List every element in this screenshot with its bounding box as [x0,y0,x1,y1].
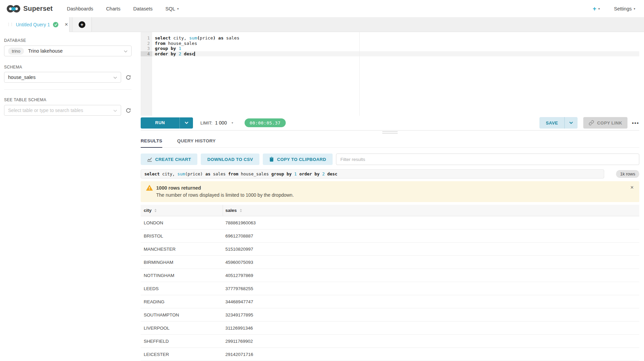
download-csv-button[interactable]: DOWNLOAD TO CSV [201,154,259,165]
cell-sales: 37779768255 [223,286,639,291]
cell-city: SHEFFIELD [141,339,223,344]
gutter-line-number: 2 [141,41,152,46]
save-button[interactable]: SAVE [539,117,564,129]
table-row: LEEDS37779768255 [141,282,639,295]
close-tab-icon[interactable]: ✕ [64,22,68,27]
sidebar-divider [4,89,132,90]
code-token: select [144,171,160,176]
column-header-sales[interactable]: sales [223,205,639,216]
text-cursor [194,52,195,56]
code-token: house_sales [239,171,272,176]
pane-resize-handle[interactable] [141,131,639,135]
limit-value: 1 000 [215,120,227,126]
add-tab-button[interactable]: + [79,21,85,28]
code-token: order by [299,171,319,176]
drag-handle-icon[interactable]: ⋮⋮ [7,23,13,26]
sql-lab-page: Superset Dashboards Charts Datasets SQL … [0,0,644,361]
results-actions: CREATE CHART DOWNLOAD TO CSV COPY TO CLI… [141,154,639,165]
gutter-line-number: 1 [141,35,152,41]
cell-sales: 69612708887 [223,233,639,239]
run-button-group: RUN [141,117,193,129]
create-chart-button[interactable]: CREATE CHART [141,154,197,165]
cell-sales: 45960075093 [223,260,639,265]
settings-menu[interactable]: Settings ▾ [614,6,635,11]
results-table: city sales LONDON788861960063BRISTOL6961… [141,205,639,361]
sql-editor: 1234 select city, sum(price) as salesfro… [141,32,639,116]
chevron-down-icon [113,107,117,113]
code-token: city, [160,171,177,176]
nav-item-sql[interactable]: SQL ▾ [165,6,179,11]
column-header-city[interactable]: city [141,205,223,216]
nav-item-dashboards[interactable]: Dashboards [67,6,93,11]
superset-logo[interactable]: Superset [7,5,53,13]
editor-code-area[interactable]: select city, sum(price) as salesfrom hou… [152,32,639,116]
code-token: order by [155,51,176,56]
copy-to-clipboard-button[interactable]: COPY TO CLIPBOARD [263,154,333,165]
code-token: 2 [319,171,327,176]
sql-lab-sidebar: DATABASE trino Trino lakehouse SCHEMA ho… [0,32,136,361]
code-token: city, [171,35,189,40]
query-tab-label: Untitled Query 1 [16,22,50,27]
save-button-group: SAVE [539,117,578,129]
copy-link-button[interactable]: COPY LINK [583,117,627,129]
filter-results-input[interactable] [336,154,639,165]
run-button[interactable]: RUN [141,117,179,129]
schema-label: SCHEMA [4,65,132,70]
table-select[interactable]: Select table or type to search tables [4,105,121,116]
schema-select[interactable]: house_sales [4,72,121,83]
chevron-down-icon [124,48,128,54]
code-token: select [155,35,171,40]
sort-icon [240,209,242,212]
nav-item-charts[interactable]: Charts [106,6,120,11]
code-token: sum [189,35,197,40]
refresh-tables-button[interactable] [125,108,132,113]
code-line: order by 2 desc [152,51,639,57]
brand-name: Superset [23,5,53,12]
table-select-placeholder: Select table or type to search tables [8,108,83,113]
database-select[interactable]: trino Trino lakehouse [4,46,132,56]
tab-untitled-query-1[interactable]: ⋮⋮ Untitled Query 1 ✕ [0,17,69,32]
table-row: NOTTINGHAM40512797869 [141,269,639,282]
tab-query-history[interactable]: QUERY HISTORY [177,134,216,148]
nav-item-datasets[interactable]: Datasets [133,6,152,11]
code-line: select city, sum(price) as sales [152,35,639,41]
refresh-schemas-button[interactable] [125,75,132,80]
cell-city: LIVERPOOL [141,326,223,331]
more-actions-button[interactable]: ••• [632,120,639,126]
close-alert-icon[interactable]: ✕ [630,185,634,190]
cell-sales: 40512797869 [223,273,639,278]
new-item-menu[interactable]: + ▾ [593,6,600,12]
superset-infinity-icon [7,5,20,13]
link-icon [589,120,594,126]
code-token: group by [271,171,291,176]
main-area: DATABASE trino Trino lakehouse SCHEMA ho… [0,32,644,361]
add-tab-section: + [72,17,92,32]
query-preview-row: select city, sum(price) as sales from ho… [141,169,639,178]
table-row: SHEFFIELD29911769902 [141,335,639,348]
row-limit-alert: 1000 rows returned The number of rows di… [141,181,639,202]
save-options-button[interactable] [564,117,578,129]
cell-city: SOUTHAMPTON [141,312,223,317]
code-token: house_sales [165,41,197,46]
database-select-value: Trino lakehouse [28,48,63,54]
nav-menu: Dashboards Charts Datasets SQL ▾ [67,6,179,11]
run-options-button[interactable] [179,117,193,129]
alert-message: The number of rows displayed is limited … [156,192,634,198]
refresh-icon [125,108,131,113]
tab-results[interactable]: RESULTS [141,134,162,148]
cell-sales: 788861960063 [223,220,639,225]
results-tab-bar: RESULTS QUERY HISTORY [141,134,639,148]
warning-icon [146,185,153,191]
code-token: price [200,35,213,40]
cell-sales: 51510820997 [223,247,639,252]
limit-dropdown[interactable]: LIMIT: 1 000 ▾ [200,120,233,126]
editor-and-results: 1234 select city, sum(price) as salesfro… [136,32,644,361]
code-token: 1 [176,46,181,51]
cell-city: LONDON [141,220,223,225]
limit-label: LIMIT: [200,120,212,126]
row-count-badge: 1k rows [616,170,639,178]
clipboard-icon [269,157,274,162]
line-chart-icon [147,157,152,162]
table-row: LIVERPOOL31126991346 [141,322,639,335]
print-margin-line [359,32,360,116]
